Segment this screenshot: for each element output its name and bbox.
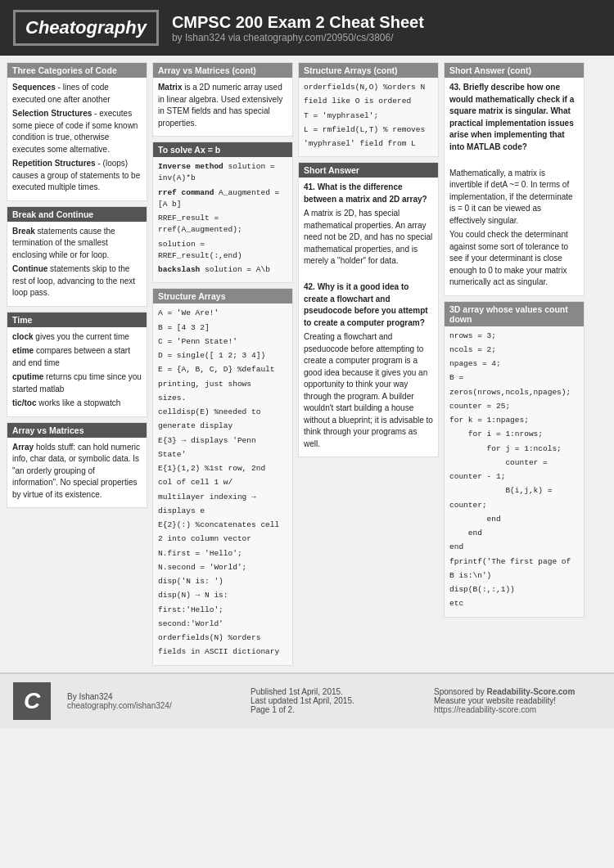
ac-line9: for j = 1:ncols; [449,443,579,455]
array-text: Array holds stuff: can hold numeric info… [12,442,142,501]
array-count-section: 3D array whose values count down nrows =… [444,301,585,618]
array-matrices-body: Array holds stuff: can hold numeric info… [7,438,147,508]
array-matrices-section: Array vs Matrices Array holds stuff: can… [7,422,147,509]
sa-line12: E{1}(1,2) %1st row, 2nd [158,463,287,474]
short-answer-cont-body: 43. Briefly describe how one would mathe… [445,78,584,295]
array-count-header: 3D array whose values count down [445,302,584,326]
page-footer: C By Ishan324 cheatography.com/ishan324/… [0,672,614,728]
array-matrices-cont-body: Matrix is a 2D numeric array used in lin… [153,78,292,136]
time-header: Time [7,313,147,327]
time-body: clock gives you the current time etime c… [7,327,147,416]
selection-text: Selection Structures - executes some pie… [12,108,142,155]
q43-question: 43. Briefly describe how one would mathe… [449,82,579,153]
sa-line1: A = 'We Are!' [158,308,287,319]
ac-line6: counter = 25; [449,401,579,412]
ac-line13: counter; [449,500,579,511]
footer-sponsor-col: Sponsored by Readability-Score.com Measu… [434,687,601,714]
footer-last-updated: Last updated 1st April, 2015. [251,696,418,705]
short-answer-body: 41. What is the difference between a mat… [299,178,438,456]
sa-line6: printing, just shows [158,379,287,390]
sa-line2: B = [4 3 2] [158,322,287,334]
array-matrices-header: Array vs Matrices [7,423,147,438]
structure-arrays-body: A = 'We Are!' B = [4 3 2] C = 'Penn Stat… [153,304,292,664]
q41-answer: A matrix is 2D, has special mathematical… [304,208,433,268]
break-continue-section: Break and Continue Break statements caus… [7,206,147,307]
ac-line4: B = [449,372,579,384]
sa-line11: State' [158,449,287,461]
ac-line17: fprintf('The first page of [449,556,579,568]
three-categories-header: Three Categories of Code [7,63,147,78]
q42-answer: Creating a flowchart and pseduocode befo… [304,331,433,450]
sa-line10: E{3} → displays 'Penn [158,435,287,447]
sa-line22: first:'Hello'; [158,605,287,616]
sa-line8: celldisp(E) %needed to [158,407,287,418]
sponsor-name[interactable]: Readability-Score.com [487,687,576,696]
cputime-text: cputime returns cpu time since you start… [12,371,142,395]
sa-line15: displays e [158,506,287,517]
ac-line14: end [449,514,579,525]
q41-question: 41. What is the difference between a mat… [304,182,433,205]
ac-line7: for k = 1:npages; [449,415,579,426]
footer-published: Published 1st April, 2015. [251,687,418,696]
three-categories-section: Three Categories of Code Sequences - lin… [7,62,147,201]
footer-sponsored-by: Sponsored by Readability-Score.com [434,687,601,696]
sa-line23: second:'World' [158,618,287,630]
ac-line16: end [449,542,579,553]
array-matrices-cont-header: Array vs Matrices (cont) [153,63,292,78]
solve-rref: rref command A_augmented = [A b] [158,187,287,211]
ac-line1: nrows = 3; [449,331,579,342]
continue-text: Continue statements skip to the rest of … [12,263,142,299]
solve-body: Inverse method solution = inv(A)*b rref … [153,157,292,282]
matrix-text: Matrix is a 2D numeric array used in lin… [158,82,287,129]
sa-line9: generate display [158,421,287,432]
clock-text: clock gives you the current time [12,331,142,344]
column-3: Structure Arrays (cont) orderfields(N,O)… [298,62,439,666]
sac-line1: orderfields(N,O) %orders N [304,82,433,93]
sa-line7: sizes. [158,393,287,404]
footer-sponsor-url[interactable]: https://readability-score.com [434,705,601,714]
sac-line4: L = rmfield(L,T) % removes [304,124,433,136]
footer-by: By Ishan324 [67,692,234,701]
q43-answer1: Mathematically, a matrix is invertible i… [449,168,579,227]
short-answer-header: Short Answer [299,163,438,178]
tictoc-text: tic/toc works like a stopwatch [12,398,142,410]
short-answer-cont-header: Short Answer (cont) [445,63,584,78]
footer-dates-col: Published 1st April, 2015. Last updated … [251,687,418,714]
page-header: Cheatography CMPSC 200 Exam 2 Cheat Shee… [0,0,614,56]
ac-line11: counter - 1; [449,471,579,483]
header-subtitle: by Ishan324 via cheatography.com/20950/c… [172,32,424,43]
structure-arrays-cont-header: Structure Arrays (cont) [299,63,438,78]
column-2: Array vs Matrices (cont) Matrix is a 2D … [152,62,293,666]
structure-arrays-section: Structure Arrays A = 'We Are!' B = [4 3 … [152,288,293,665]
sa-line19: N.second = 'World'; [158,562,287,573]
short-answer-section: Short Answer 41. What is the difference … [298,162,439,457]
sa-line14: multilayer indexing → [158,492,287,503]
etime-text: etime compares between a start and end t… [12,345,142,369]
footer-logo: C [13,682,51,720]
sa-line24: orderfields(N) %orders [158,632,287,644]
ac-line15: end [449,528,579,539]
logo: Cheatography [13,10,159,46]
array-matrices-cont-section: Array vs Matrices (cont) Matrix is a 2D … [152,62,293,137]
break-text: Break statements cause the termination o… [12,226,142,262]
three-categories-body: Sequences - lines of code executed one a… [7,78,147,200]
sa-line13: col of cell 1 w/ [158,477,287,488]
sequences-text: Sequences - lines of code executed one a… [12,82,142,106]
solve-rref-result: RREF_result = rref(A_augmented); [158,213,287,236]
structure-arrays-cont-body: orderfields(N,O) %orders N field like O … [299,78,438,156]
main-content: Three Categories of Code Sequences - lin… [0,56,614,672]
q42-question: 42. Why is it a good idea to create a fl… [304,281,433,329]
sponsored-label: Sponsored by [434,687,485,696]
footer-page: Page 1 of 2. [251,705,418,714]
sa-line16: E{2}(:) %concatenates cell [158,519,287,531]
ac-line20: etc [449,598,579,609]
time-section: Time clock gives you the current time et… [7,312,147,417]
solve-section: To solve Ax = b Inverse method solution … [152,142,293,283]
solve-solution: solution = RREF_result(:,end) [158,239,287,263]
sa-line4: D = single([ 1 2; 3 4]) [158,350,287,362]
footer-author-col: By Ishan324 cheatography.com/ishan324/ [67,692,234,710]
array-count-body: nrows = 3; ncols = 2; npages = 4; B = ze… [445,326,584,617]
ac-line19: disp(B(:,:,1)) [449,584,579,596]
solve-header: To solve Ax = b [153,142,292,157]
footer-url[interactable]: cheatography.com/ishan324/ [67,701,234,710]
